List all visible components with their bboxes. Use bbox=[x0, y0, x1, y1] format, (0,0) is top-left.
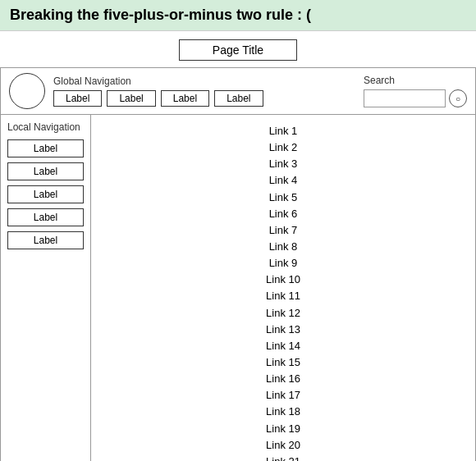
content-link-3[interactable]: Link 3 bbox=[269, 156, 298, 172]
content-link-11[interactable]: Link 11 bbox=[266, 288, 300, 304]
nav-button-1[interactable]: Label bbox=[53, 90, 102, 107]
local-nav-button-5[interactable]: Label bbox=[7, 231, 84, 249]
content-link-7[interactable]: Link 7 bbox=[269, 222, 298, 239]
local-nav-label: Local Navigation bbox=[7, 121, 84, 133]
content-link-17[interactable]: Link 17 bbox=[266, 387, 300, 404]
local-nav-button-4[interactable]: Label bbox=[7, 208, 84, 226]
content-link-16[interactable]: Link 16 bbox=[266, 371, 300, 387]
logo-circle bbox=[9, 73, 45, 109]
content-link-9[interactable]: Link 9 bbox=[269, 255, 298, 272]
nav-button-4[interactable]: Label bbox=[214, 90, 263, 107]
content-link-2[interactable]: Link 2 bbox=[269, 139, 298, 156]
local-nav-button-1[interactable]: Label bbox=[7, 139, 84, 157]
content-link-19[interactable]: Link 19 bbox=[266, 421, 300, 437]
content-link-20[interactable]: Link 20 bbox=[266, 437, 300, 454]
nav-buttons: Label Label Label Label bbox=[53, 90, 355, 107]
top-banner: Breaking the five-plus-or-minus two rule… bbox=[0, 0, 476, 31]
content-link-5[interactable]: Link 5 bbox=[269, 189, 298, 206]
search-area: Search ○ bbox=[364, 75, 467, 107]
local-nav-button-3[interactable]: Label bbox=[7, 185, 84, 203]
content-link-6[interactable]: Link 6 bbox=[269, 206, 298, 222]
nav-button-2[interactable]: Label bbox=[107, 90, 155, 107]
content-link-8[interactable]: Link 8 bbox=[269, 239, 298, 255]
page-title-area: Page Title bbox=[0, 31, 476, 67]
page-title: Page Title bbox=[179, 39, 297, 61]
main-body: Local Navigation Label Label Label Label… bbox=[0, 115, 476, 461]
content-link-21[interactable]: Link 21 bbox=[266, 454, 300, 461]
search-input[interactable] bbox=[364, 89, 446, 107]
nav-button-3[interactable]: Label bbox=[161, 90, 209, 107]
content-link-12[interactable]: Link 12 bbox=[266, 305, 300, 322]
content-link-1[interactable]: Link 1 bbox=[269, 123, 298, 139]
local-nav: Local Navigation Label Label Label Label… bbox=[1, 115, 91, 461]
content-link-14[interactable]: Link 14 bbox=[266, 338, 300, 354]
content-link-13[interactable]: Link 13 bbox=[266, 322, 300, 338]
global-nav: Global Navigation Label Label Label Labe… bbox=[0, 67, 476, 115]
content-link-4[interactable]: Link 4 bbox=[269, 172, 298, 189]
global-nav-label: Global Navigation bbox=[53, 75, 355, 87]
content-area: Link 1Link 2Link 3Link 4Link 5Link 6Link… bbox=[91, 115, 475, 461]
content-link-15[interactable]: Link 15 bbox=[266, 354, 300, 371]
banner-text: Breaking the five-plus-or-minus two rule… bbox=[10, 7, 311, 23]
nav-center: Global Navigation Label Label Label Labe… bbox=[53, 75, 355, 107]
search-button[interactable]: ○ bbox=[449, 89, 467, 107]
search-label: Search bbox=[364, 75, 395, 86]
search-row: ○ bbox=[364, 89, 467, 107]
local-nav-button-2[interactable]: Label bbox=[7, 162, 84, 180]
content-link-10[interactable]: Link 10 bbox=[266, 272, 300, 288]
content-link-18[interactable]: Link 18 bbox=[266, 404, 300, 420]
